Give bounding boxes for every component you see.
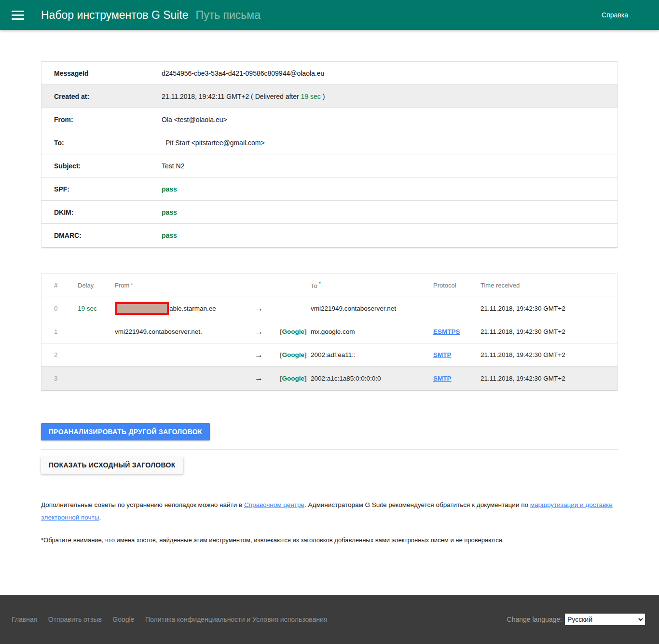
info-label: DKIM: — [41, 208, 162, 216]
hop-row-2: 2 → [Google] 2002:adf:ea11:: SMTP 21.11.… — [41, 343, 618, 367]
show-original-header-button[interactable]: ПОКАЗАТЬ ИСХОДНЫЙ ЗАГОЛОВОК — [41, 456, 183, 474]
protocol-link[interactable]: SMTP — [433, 351, 452, 358]
hop-row-0: 0 19 sec able.starman.ee → vmi221949.con… — [41, 297, 618, 320]
created-at-text: 21.11.2018, 19:42:11 GMT+2 ( Delivered a… — [162, 93, 301, 100]
hamburger-menu-icon[interactable] — [12, 11, 24, 20]
info-row-created-at: Created at: 21.11.2018, 19:42:11 GMT+2 (… — [41, 85, 618, 108]
info-value: Pit Start <pitstartee@gmail.com> — [162, 139, 618, 147]
redaction-box — [115, 302, 169, 315]
hop-to: 2002:adf:ea11:: — [311, 351, 433, 358]
google-label: Google — [282, 351, 305, 358]
info-row-subject: Subject: Test N2 — [41, 154, 618, 178]
note-text: . Администраторам G Suite рекомендуется … — [304, 501, 530, 508]
footer-link-privacy-terms[interactable]: Политика конфиденциальности и Условия ис… — [145, 616, 328, 623]
analyze-another-header-button[interactable]: ПРОАНАЛИЗИРОВАТЬ ДРУГОЙ ЗАГОЛОВОК — [41, 423, 210, 440]
hop-time: 21.11.2018, 19:42:30 GMT+2 — [481, 328, 618, 335]
bracket-close: ] — [304, 351, 307, 358]
google-label: Google — [282, 328, 305, 335]
divider — [41, 449, 618, 450]
info-value: 21.11.2018, 19:42:11 GMT+2 ( Delivered a… — [162, 93, 618, 100]
hop-to: vmi221949.contaboserver.net — [311, 305, 433, 312]
arrow-right-icon: → — [255, 373, 280, 383]
hop-row-1: 1 vmi221949.contaboserver.net. → [Google… — [41, 320, 618, 343]
info-label: SPF: — [41, 185, 162, 193]
info-label: DMARC: — [41, 232, 162, 239]
footer-link-google[interactable]: Google — [112, 616, 134, 623]
info-value: d2454956-cbe3-53a4-d421-09586c809944@ola… — [162, 69, 618, 77]
note-text: Дополнительные советы по устранению непо… — [41, 501, 244, 508]
col-header-to: To* — [311, 281, 433, 289]
arrow-right-icon: → — [255, 327, 280, 337]
page-footer: Главная Отправить отзыв Google Политика … — [0, 595, 659, 644]
info-value: Test N2 — [162, 162, 618, 170]
bracket-close: ] — [304, 328, 307, 335]
hop-num: 2 — [41, 351, 78, 358]
main-content: MessageId d2454956-cbe3-53a4-d421-09586c… — [41, 30, 618, 595]
protocol-link[interactable]: SMTP — [433, 375, 452, 382]
col-header-from: From* — [115, 282, 255, 289]
footer-link-home[interactable]: Главная — [12, 616, 37, 623]
footer-links: Главная Отправить отзыв Google Политика … — [12, 615, 336, 624]
created-at-text-end: ) — [321, 93, 325, 100]
hops-table: # Delay From* To* Protocol Time received… — [41, 274, 618, 390]
info-value: Ola <test@olaola.eu> — [162, 116, 618, 123]
dmarc-status: pass — [162, 232, 618, 239]
tool-title: Путь письма — [196, 9, 261, 22]
hop-protocol: SMTP — [433, 375, 481, 382]
hop-row-3: 3 → [Google] 2002:a1c:1a85:0:0:0:0:0 SMT… — [41, 367, 618, 390]
troubleshooting-note: Дополнительные советы по устранению непо… — [41, 499, 618, 524]
hop-time: 21.11.2018, 19:42:30 GMT+2 — [481, 375, 618, 382]
info-label: MessageId — [41, 69, 162, 77]
bracket-close: ] — [304, 375, 307, 382]
hop-from: able.starman.ee — [115, 302, 255, 315]
hop-num: 0 — [41, 305, 78, 312]
col-header-time-received: Time received — [481, 282, 618, 289]
hop-from: vmi221949.contaboserver.net. — [115, 328, 255, 335]
help-link[interactable]: Справка — [602, 11, 628, 19]
hop-protocol: SMTP — [433, 351, 481, 358]
language-select[interactable]: Русский — [565, 614, 645, 625]
arrow-right-icon: → — [255, 350, 280, 360]
hop-time: 21.11.2018, 19:42:30 GMT+2 — [481, 351, 618, 358]
app-title: Набор инструментов G Suite — [41, 9, 189, 22]
app-bar: Набор инструментов G Suite Путь письма С… — [0, 0, 659, 30]
col-header-num: # — [41, 282, 78, 289]
hop-num: 1 — [41, 328, 78, 335]
protocol-link[interactable]: ESMTPS — [433, 328, 460, 335]
info-row-messageid: MessageId d2454956-cbe3-53a4-d421-09586c… — [41, 62, 618, 85]
hop-google-tag: [Google] — [280, 375, 311, 382]
hop-delay: 19 sec — [78, 305, 115, 312]
hostnames-disclaimer: *Обратите внимание, что имена хостов, на… — [41, 535, 618, 545]
hop-to: 2002:a1c:1a85:0:0:0:0:0 — [311, 375, 433, 382]
dkim-status: pass — [162, 208, 618, 216]
help-center-link[interactable]: Справочном центре — [244, 501, 304, 508]
required-asterisk: * — [131, 283, 133, 288]
info-label: Subject: — [41, 162, 162, 170]
info-row-dkim: DKIM: pass — [41, 201, 618, 224]
hops-header-row: # Delay From* To* Protocol Time received — [41, 274, 618, 297]
col-header-delay: Delay — [78, 282, 115, 289]
hop-time: 21.11.2018, 19:42:30 GMT+2 — [481, 305, 618, 312]
info-label: To: — [41, 139, 162, 147]
hop-from-host: able.starman.ee — [169, 305, 216, 312]
hop-num: 3 — [41, 375, 78, 382]
change-language-label: Change language: — [507, 616, 562, 623]
delivered-after-value: 19 sec — [301, 93, 321, 100]
info-row-dmarc: DMARC: pass — [41, 224, 618, 247]
note-text: . — [99, 514, 101, 521]
hop-to: mx.google.com — [311, 328, 433, 335]
hop-google-tag: [Google] — [280, 351, 311, 358]
required-asterisk: * — [319, 281, 321, 287]
hop-google-tag: [Google] — [280, 328, 311, 335]
footer-link-feedback[interactable]: Отправить отзыв — [48, 616, 102, 623]
google-label: Google — [282, 375, 305, 382]
col-header-protocol: Protocol — [433, 282, 481, 289]
language-control: Change language: Русский — [507, 614, 645, 625]
message-info-table: MessageId d2454956-cbe3-53a4-d421-09586c… — [41, 61, 618, 247]
info-row-to: To: Pit Start <pitstartee@gmail.com> — [41, 131, 618, 154]
spf-status: pass — [162, 185, 618, 193]
info-label: Created at: — [41, 93, 162, 100]
info-row-from: From: Ola <test@olaola.eu> — [41, 108, 618, 131]
page: Набор инструментов G Suite Путь письма С… — [0, 0, 659, 644]
info-row-spf: SPF: pass — [41, 178, 618, 201]
